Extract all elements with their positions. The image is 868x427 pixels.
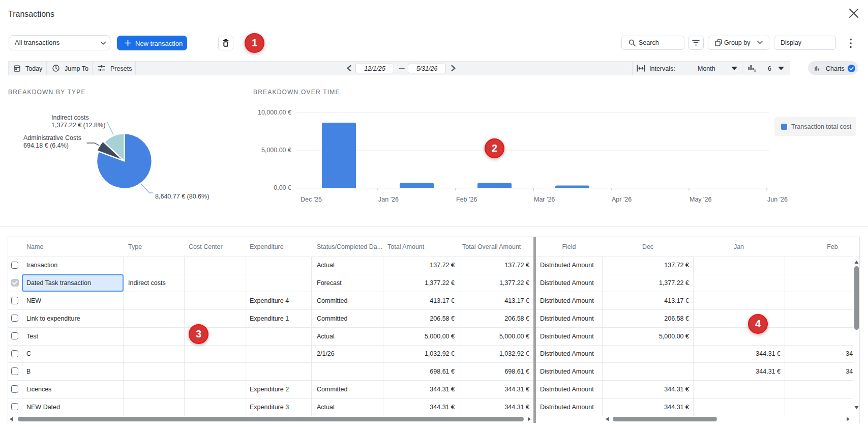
svg-text:#: # — [754, 68, 756, 72]
